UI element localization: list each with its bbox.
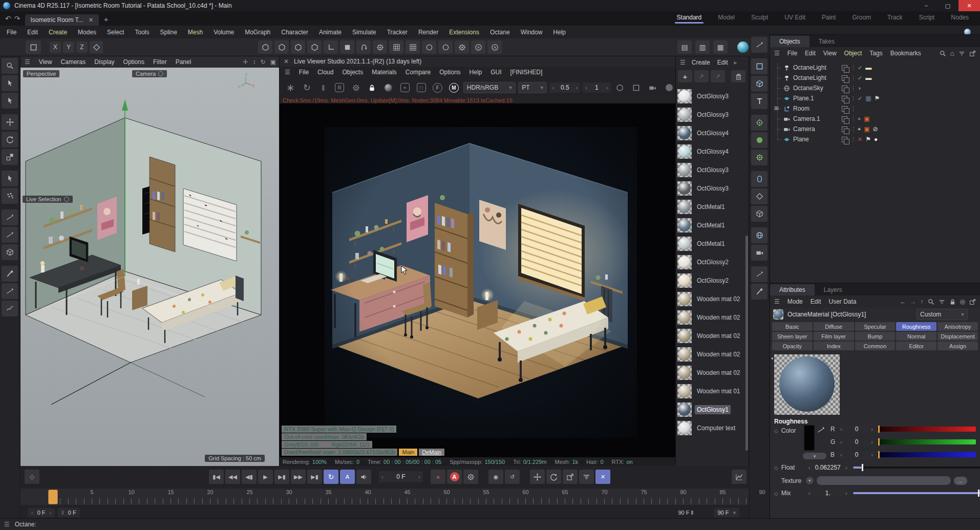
panel-layout-icon[interactable]: ▤ [677,40,692,54]
live-viewer-menu-item[interactable]: Objects [342,69,363,76]
lock-resolution-icon[interactable] [365,80,379,95]
property-tab[interactable]: Anisotropy [938,322,978,331]
autokey-icon[interactable] [471,40,485,54]
viewport-filter-icon[interactable] [422,40,436,54]
layer-icon[interactable] [842,126,847,132]
rectangle-spline-icon[interactable] [751,58,768,74]
material-menu-item[interactable]: Create [692,59,710,66]
material-item[interactable]: OctGlossy4 [676,124,749,142]
material-item[interactable]: OctGlossy1 [676,400,749,419]
search-icon[interactable] [940,50,946,57]
transport-button[interactable]: ▶ [258,470,273,484]
popout-icon[interactable] [969,50,976,57]
key-filter-icon[interactable]: ↺ [505,470,520,484]
material-picker-icon[interactable]: M [447,80,461,95]
z-axis-lock-button[interactable]: Z [76,41,88,53]
animate-settings-icon[interactable] [487,40,502,54]
visibility-dots-icon[interactable]: ⋮ [850,116,855,122]
autokey-icon[interactable]: A [447,470,462,484]
menu-item[interactable]: File [7,29,16,36]
menu-item[interactable]: Octane [490,29,510,36]
key-filter-icon[interactable]: ◉ [488,470,503,484]
close-button[interactable]: ✕ [958,0,980,11]
material-name[interactable]: Wooden mat 02 [695,368,742,377]
workspace-tab[interactable]: Groom [845,12,878,24]
material-thumbnail[interactable] [677,366,692,380]
material-name[interactable]: OctGlossy3 [695,110,731,119]
camera-object-icon[interactable] [751,245,768,261]
octane-ball-icon[interactable] [737,41,749,53]
property-tab[interactable]: Sheen layer [772,332,813,341]
transport-button[interactable]: ◀◀ [225,470,240,484]
material-thumbnail[interactable] [677,237,692,251]
menu-item[interactable]: Window [521,29,543,36]
render-settings-icon[interactable] [349,80,363,95]
object-row[interactable]: Plane.1 ⋮ ✓ ▦ ⚑ [770,93,980,103]
sound-icon[interactable] [356,470,371,484]
transport-button[interactable]: ▮◀ [209,470,224,484]
move-tool-icon[interactable] [2,114,18,130]
material-thumbnail[interactable] [677,144,692,159]
viewport-settings-icon[interactable] [455,40,469,54]
material-thumbnail[interactable] [677,273,692,288]
material-name[interactable]: OctGlossy4 [695,147,731,156]
transform-tool-icon[interactable] [2,171,18,186]
transport-button[interactable]: ▶▶ [291,470,306,484]
menu-item[interactable]: Render [418,29,438,36]
material-thumbnail[interactable] [677,384,692,398]
hamburger-icon[interactable]: ☰ [4,521,10,528]
key-diamond-icon[interactable]: ◇ [774,428,778,434]
export-material-icon[interactable]: ↗ [694,70,709,82]
object-row[interactable]: Plane ⋮ ✕ ⚑ ● [770,134,980,144]
property-tab[interactable]: Normal [896,332,936,341]
object-state-icon[interactable]: ◑ [858,85,861,91]
object-menu-item[interactable]: File [787,50,797,57]
zoom-tool-icon[interactable] [2,58,18,74]
box-select-icon[interactable] [26,40,41,54]
property-tab[interactable]: Common [855,342,896,350]
property-tab[interactable]: Opacity [772,342,813,350]
material-item[interactable]: OctGlossy3 [676,105,749,124]
live-viewer-menu-item[interactable]: File [299,69,309,76]
sketch-tool-icon[interactable] [2,301,18,316]
r-stepper[interactable]: ‹0› [838,425,876,433]
menu-item[interactable]: Create [49,29,67,36]
region-picker-icon[interactable] [629,80,643,95]
menu-item[interactable]: Simulate [352,29,376,36]
field-sphere-icon[interactable] [751,132,768,148]
material-item[interactable]: Wooden mat 02 [676,327,749,345]
color-swatch[interactable] [804,425,815,451]
object-tag-icon[interactable]: ▣ [864,115,869,122]
material-item[interactable]: OctGlossy2 [676,271,749,290]
model-mode-icon[interactable] [274,40,289,54]
camera-picker-icon[interactable] [646,80,659,95]
render-passes-icon[interactable]: □ [414,80,428,95]
current-frame-stepper[interactable]: ‹0 F› [379,471,423,482]
material-name[interactable]: OctMetal1 [695,202,727,211]
transport-button[interactable]: ▶▮ [307,470,322,484]
workspace-tab[interactable]: Paint [815,12,843,24]
resolution-scale-stepper[interactable]: ‹0.5› [549,82,580,93]
perspective-viewport[interactable]: Z X Y ☰ ViewCamerasDisplayOptionsFilterP… [20,56,279,466]
capsule-icon[interactable] [751,171,768,187]
snap-icon[interactable] [389,40,403,54]
viewport-nav-icon[interactable]: ↕ [253,58,256,66]
filter-icon[interactable] [958,50,965,57]
menu-item[interactable]: Volume [214,29,234,36]
back-icon[interactable]: ← [900,298,906,305]
key-diamond-icon[interactable]: ◇ [774,465,778,471]
viewport-menu-item[interactable]: Options [123,58,144,66]
fcurve-icon[interactable] [732,470,747,484]
layer-icon[interactable] [842,116,847,122]
material-name[interactable]: OctGlossy2 [695,276,731,285]
live-viewer-menu-item[interactable]: Materials [372,69,397,76]
object-menu-item[interactable]: Bookmarks [890,50,921,57]
material-thumbnail[interactable] [677,329,692,343]
panel-layout-icon[interactable]: ▦ [713,40,728,54]
viewport-menu-item[interactable]: Panel [176,58,191,66]
object-tag-icon[interactable]: ▦ [865,95,871,102]
brush-tool-icon[interactable] [2,266,18,282]
property-tab[interactable]: Roughness [896,322,936,331]
material-thumbnail[interactable] [677,310,692,325]
menu-item[interactable]: Animate [319,29,342,36]
